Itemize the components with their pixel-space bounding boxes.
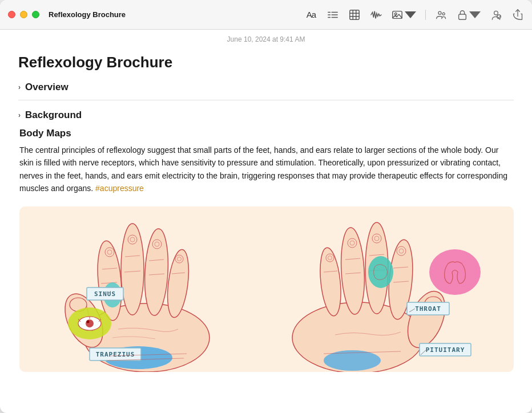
svg-point-46 bbox=[86, 319, 94, 327]
document-title-bar: Reflexology Brochure bbox=[49, 10, 126, 19]
body-maps-section: Body Maps The central principles of refl… bbox=[19, 128, 514, 372]
background-section-header[interactable]: › Background bbox=[18, 110, 514, 121]
svg-point-12 bbox=[394, 13, 397, 15]
overview-chevron: › bbox=[18, 83, 21, 91]
svg-rect-6 bbox=[350, 10, 359, 19]
media-insert-button[interactable] bbox=[392, 9, 416, 21]
minimize-button[interactable] bbox=[20, 11, 27, 18]
svg-point-74 bbox=[429, 249, 481, 295]
main-window: Reflexology Brochure Aa bbox=[0, 0, 532, 413]
svg-text:SINUS: SINUS bbox=[94, 290, 116, 298]
svg-text:TRAPEZIUS: TRAPEZIUS bbox=[96, 351, 135, 358]
background-chevron: › bbox=[18, 111, 21, 119]
svg-text:THROAT: THROAT bbox=[415, 305, 441, 313]
hashtag-acupressure[interactable]: #acupressure bbox=[95, 184, 144, 193]
hand-illustration: SINUS THROAT TRAPEZIUS PITUITARY bbox=[19, 206, 514, 372]
font-button[interactable]: Aa bbox=[305, 9, 317, 21]
titlebar: Reflexology Brochure Aa bbox=[0, 0, 532, 30]
svg-rect-15 bbox=[459, 14, 466, 19]
maximize-button[interactable] bbox=[32, 11, 39, 18]
svg-point-16 bbox=[494, 11, 498, 15]
toolbar: Aa bbox=[305, 9, 524, 21]
list-icon[interactable] bbox=[327, 9, 339, 21]
svg-point-13 bbox=[438, 11, 441, 14]
share-icon[interactable] bbox=[511, 9, 524, 21]
document-date: June 10, 2024 at 9:41 AM bbox=[0, 30, 532, 47]
body-maps-text: The central principles of reflexology su… bbox=[19, 144, 514, 195]
svg-text:PITUITARY: PITUITARY bbox=[426, 346, 465, 354]
hand-illustration-container: SINUS THROAT TRAPEZIUS PITUITARY bbox=[19, 206, 514, 372]
svg-point-73 bbox=[368, 256, 393, 288]
svg-point-14 bbox=[442, 13, 445, 15]
svg-rect-11 bbox=[393, 11, 402, 18]
document-heading: Reflexology Brochure bbox=[18, 51, 514, 71]
user-icon[interactable] bbox=[490, 9, 502, 21]
overview-section-header[interactable]: › Overview bbox=[18, 82, 514, 93]
section-divider-1 bbox=[18, 100, 514, 100]
document-content: Reflexology Brochure › Overview › Backgr… bbox=[0, 47, 532, 413]
collaborate-icon[interactable] bbox=[435, 9, 448, 21]
overview-label: Overview bbox=[25, 82, 68, 93]
close-button[interactable] bbox=[8, 11, 15, 18]
background-label: Background bbox=[25, 110, 82, 121]
lock-button[interactable] bbox=[457, 9, 481, 21]
toolbar-divider bbox=[425, 10, 426, 20]
body-maps-title: Body Maps bbox=[19, 128, 514, 139]
traffic-lights bbox=[8, 11, 39, 18]
waveform-icon[interactable] bbox=[370, 9, 382, 21]
svg-point-47 bbox=[87, 320, 90, 323]
table-icon[interactable] bbox=[348, 9, 361, 21]
